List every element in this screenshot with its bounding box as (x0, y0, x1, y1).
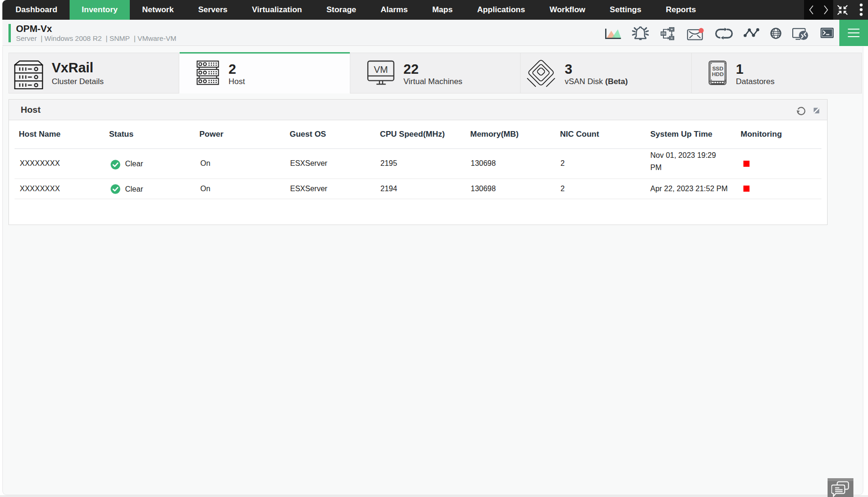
svg-text:HDD: HDD (712, 71, 724, 77)
svg-text:VM: VM (374, 64, 388, 75)
svg-text:SSD: SSD (712, 66, 724, 71)
